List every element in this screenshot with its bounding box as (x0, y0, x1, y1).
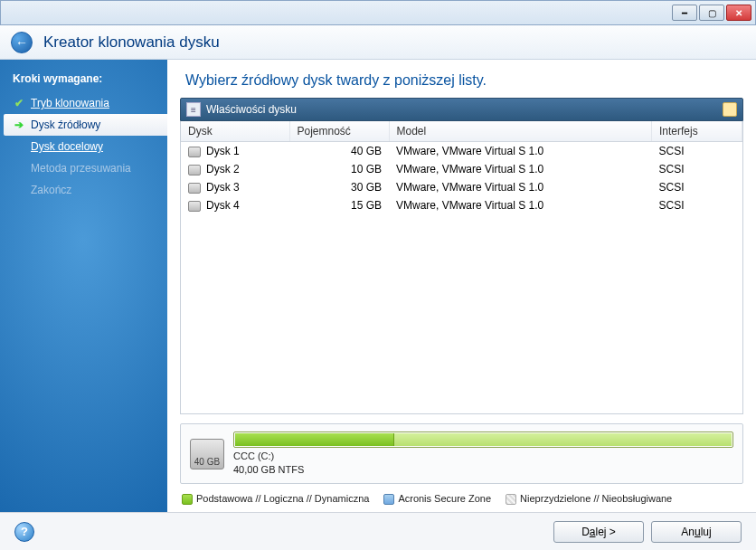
wizard-title: Kreator klonowania dysku (43, 33, 220, 52)
cell-capacity: 30 GB (351, 181, 382, 194)
partition-legend: Podstawowa // Logiczna // Dynamiczna Acr… (180, 489, 743, 512)
table-row[interactable]: Dysk 2 10 GB VMware, VMware Virtual S 1.… (181, 160, 742, 178)
cell-disk: Dysk 3 (206, 181, 240, 194)
disk-icon (188, 183, 201, 194)
content-pane: Wybierz źródłowy dysk twardy z poniższej… (167, 60, 756, 512)
col-model[interactable]: Model (389, 121, 652, 142)
window-close-button[interactable]: ✕ (726, 5, 751, 21)
disk-icon (188, 201, 201, 212)
partition-label: CCC (C:) (233, 450, 274, 461)
step-label: Zakończ (31, 184, 71, 196)
legend-basic-icon (182, 494, 193, 505)
cell-interface: SCSI (659, 145, 685, 157)
window-maximize-button[interactable]: ▢ (699, 5, 724, 21)
help-button[interactable]: ? (14, 522, 34, 542)
cell-model: VMware, VMware Virtual S 1.0 (396, 199, 543, 212)
wizard-footer: ? Dalej > Anuluj (0, 512, 756, 550)
cell-capacity: 40 GB (351, 145, 382, 157)
step-label: Dysk docelowy (31, 140, 103, 153)
window-minimize-button[interactable]: ━ (672, 5, 697, 21)
partition-free-segment (394, 433, 732, 446)
step-dysk-docelowy[interactable]: Dysk docelowy (0, 136, 167, 157)
col-disk[interactable]: Dysk (181, 121, 289, 142)
properties-icon: ≡ (186, 102, 201, 117)
legend-basic: Podstawowa // Logiczna // Dynamiczna (196, 493, 369, 504)
cancel-button[interactable]: Anuluj (651, 521, 742, 543)
cell-model: VMware, VMware Virtual S 1.0 (396, 145, 543, 157)
disk-properties-header: ≡ Właściwości dysku (180, 98, 743, 121)
cell-model: VMware, VMware Virtual S 1.0 (396, 163, 543, 175)
step-label: Dysk źródłowy (31, 119, 100, 131)
cell-disk: Dysk 1 (206, 145, 240, 157)
step-metoda-przesuwania: Metoda przesuwania (0, 157, 167, 179)
steps-sidebar: Kroki wymagane: ✔ Tryb klonowania ➔ Dysk… (0, 60, 167, 512)
legend-asz-icon (383, 494, 394, 505)
step-zakoncz: Zakończ (0, 179, 167, 201)
partition-detail: 40,00 GB NTFS (233, 464, 304, 475)
content-heading: Wybierz źródłowy dysk twardy z poniższej… (185, 72, 743, 89)
cell-disk: Dysk 2 (206, 163, 240, 175)
wizard-header: ← Kreator klonowania dysku (0, 25, 756, 60)
cell-disk: Dysk 4 (206, 199, 240, 212)
legend-asz: Acronis Secure Zone (398, 493, 491, 504)
col-capacity[interactable]: Pojemność (289, 121, 389, 142)
legend-unalloc: Nieprzydzielone // Nieobsługiwane (520, 493, 672, 504)
next-button[interactable]: Dalej > (553, 521, 644, 543)
step-tryb-klonowania[interactable]: ✔ Tryb klonowania (0, 92, 167, 114)
help-icon: ? (21, 525, 28, 538)
step-label: Metoda przesuwania (31, 162, 131, 175)
arrow-right-icon: ➔ (13, 119, 25, 131)
cell-interface: SCSI (659, 163, 685, 175)
legend-unalloc-icon (506, 494, 516, 505)
col-interface[interactable]: Interfejs (652, 121, 742, 142)
panel-header-title: Właściwości dysku (206, 103, 297, 116)
disk-table: Dysk Pojemność Model Interfejs Dysk 1 40… (180, 121, 743, 414)
disk-layout-preview: 40 GB CCC (C:) 40,00 GB NTFS (180, 423, 743, 484)
partition-used-segment (235, 433, 394, 446)
checkmark-icon: ✔ (13, 97, 25, 109)
disk-total-label: 40 GB (194, 457, 220, 467)
cell-capacity: 15 GB (351, 199, 382, 212)
step-dysk-zrodlowy[interactable]: ➔ Dysk źródłowy (4, 114, 167, 136)
cell-model: VMware, VMware Virtual S 1.0 (396, 181, 543, 194)
cell-capacity: 10 GB (351, 163, 382, 175)
cell-interface: SCSI (659, 181, 685, 194)
columns-button[interactable] (723, 102, 737, 117)
partition-bar[interactable] (233, 431, 733, 448)
back-button[interactable]: ← (11, 32, 33, 53)
disk-icon (188, 165, 201, 175)
window-titlebar: ━ ▢ ✕ (0, 0, 756, 25)
arrow-left-icon: ← (15, 35, 28, 50)
table-row[interactable]: Dysk 1 40 GB VMware, VMware Virtual S 1.… (181, 142, 742, 161)
sidebar-title: Kroki wymagane: (0, 69, 167, 92)
cell-interface: SCSI (659, 199, 685, 212)
disk-icon (188, 147, 201, 157)
disk-drive-icon: 40 GB (190, 439, 224, 469)
table-row[interactable]: Dysk 4 15 GB VMware, VMware Virtual S 1.… (181, 196, 742, 214)
step-label: Tryb klonowania (31, 97, 109, 109)
table-row[interactable]: Dysk 3 30 GB VMware, VMware Virtual S 1.… (181, 178, 742, 196)
